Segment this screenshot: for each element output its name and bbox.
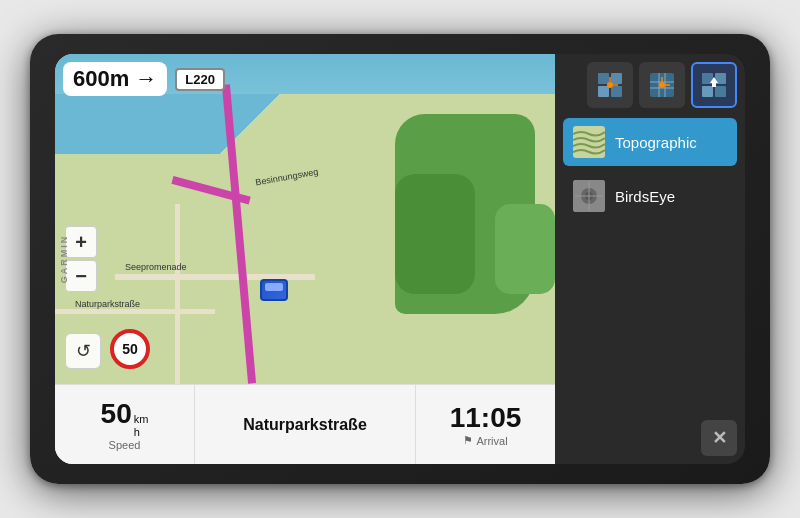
road-h2 [55, 309, 215, 314]
screen-content: Besinnungsweg Seepromenade Naturparkstra… [55, 54, 745, 464]
turn-arrow-icon: → [135, 66, 157, 92]
vehicle-body [260, 279, 288, 301]
zoom-in-button[interactable]: + [65, 226, 97, 258]
svg-rect-18 [715, 86, 726, 97]
svg-point-12 [659, 82, 665, 88]
flag-icon: ⚑ [463, 434, 473, 447]
back-button[interactable]: ↺ [65, 333, 101, 369]
garmin-device: GARMIN Besinnungsweg Seepromenade Naturp… [30, 34, 770, 484]
map-icon-btn-upload[interactable] [691, 62, 737, 108]
right-panel-bottom: ✕ [563, 416, 737, 456]
distance-box: 600m → [63, 62, 167, 96]
speed-label: Speed [109, 439, 141, 451]
arrival-info: 11:05 ⚑ Arrival [415, 385, 555, 464]
street-label-naturpark: Naturparkstraße [75, 299, 140, 309]
svg-rect-3 [611, 86, 622, 97]
vehicle-marker [260, 279, 290, 309]
svg-rect-17 [702, 86, 713, 97]
svg-rect-20 [712, 83, 716, 87]
topographic-label: Topographic [615, 134, 697, 151]
topographic-preview-icon [573, 126, 605, 158]
svg-point-4 [607, 82, 613, 88]
current-street-name: Naturparkstraße [195, 416, 415, 434]
speed-value-container: 50 kmh [101, 398, 149, 439]
map-icon-buttons-row [563, 62, 737, 112]
birdseye-svg [573, 180, 605, 212]
speed-unit: kmh [134, 413, 149, 439]
road-sign: L220 [175, 68, 225, 91]
speed-limit-sign: 50 [110, 329, 150, 369]
map-icon-btn-grid[interactable] [639, 62, 685, 108]
topo-lines-svg [573, 126, 605, 158]
close-button[interactable]: ✕ [701, 420, 737, 456]
street-label-seepromenade: Seepromenade [125, 262, 187, 272]
brand-label: GARMIN [59, 235, 69, 284]
zoom-controls: + − [65, 226, 97, 292]
birdseye-label: BirdsEye [615, 188, 675, 205]
svg-rect-0 [598, 73, 609, 84]
nav-header: 600m → L220 [63, 62, 225, 96]
map-option-topographic[interactable]: Topographic [563, 118, 737, 166]
birdseye-preview-icon [573, 180, 605, 212]
right-panel: Topographic BirdsEye [555, 54, 745, 464]
speed-number: 50 [101, 398, 132, 430]
satellite-grid-icon [648, 71, 676, 99]
forest-patch-2 [395, 174, 475, 294]
satellite-upload-icon [700, 71, 728, 99]
arrival-label: ⚑ Arrival [463, 434, 507, 447]
map-area: Besinnungsweg Seepromenade Naturparkstra… [55, 54, 555, 464]
distance-value: 600m [73, 66, 129, 92]
svg-rect-1 [611, 73, 622, 84]
map-option-birdseye[interactable]: BirdsEye [563, 172, 737, 220]
zoom-out-button[interactable]: − [65, 260, 97, 292]
speed-info: 50 kmh Speed [55, 385, 195, 464]
device-screen: Besinnungsweg Seepromenade Naturparkstra… [55, 54, 745, 464]
svg-rect-2 [598, 86, 609, 97]
road-v1 [175, 204, 180, 404]
bottom-status-bar: 50 kmh Speed Naturparkstraße 11:05 ⚑ Arr… [55, 384, 555, 464]
arrival-time: 11:05 [450, 402, 522, 434]
satellite-basic-icon [596, 71, 624, 99]
map-icon-btn-basic[interactable] [587, 62, 633, 108]
forest-patch-3 [495, 204, 555, 294]
